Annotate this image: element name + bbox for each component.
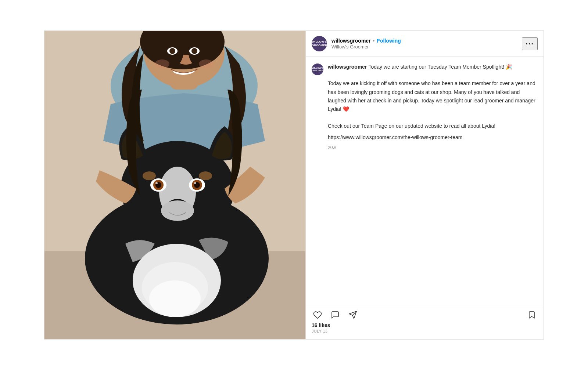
post-content-area: WILLOW'SGROOMER willowsgroomer • Followi… (305, 31, 544, 339)
header-subname: Willow's Groomer (331, 44, 522, 50)
caption-text-block: willowsgroomerToday we are starting our … (328, 63, 538, 152)
comment-button[interactable] (329, 309, 341, 321)
svg-point-28 (143, 171, 156, 180)
caption-link[interactable]: https://www.willowsgroomer.com/the-willo… (328, 133, 538, 141)
caption-time: 20w (328, 144, 538, 151)
header-username[interactable]: willowsgroomer (331, 38, 371, 44)
post-date: JULY 13 (312, 329, 538, 338)
like-button[interactable] (312, 309, 323, 321)
svg-point-11 (199, 59, 214, 68)
action-icons-row (312, 309, 538, 321)
caption-avatar[interactable]: WILLOW'SGROOMER (312, 64, 323, 75)
share-button[interactable] (347, 309, 359, 321)
heart-icon (313, 311, 322, 319)
avatar[interactable]: WILLOW'SGROOMER (312, 36, 327, 51)
caption-avatar-label: WILLOW'SGROOMER (312, 67, 323, 72)
post-header: WILLOW'SGROOMER willowsgroomer • Followi… (306, 31, 544, 57)
svg-point-31 (149, 280, 201, 317)
caption-username[interactable]: willowsgroomer (328, 64, 367, 70)
bookmark-icon (527, 311, 536, 319)
post-image (44, 31, 305, 339)
caption-body2: Check out our Team Page on our updated w… (328, 113, 538, 130)
header-info: willowsgroomer • Following Willow's Groo… (331, 38, 522, 50)
bookmark-button[interactable] (526, 309, 538, 321)
caption-row: WILLOW'SGROOMER willowsgroomerToday we a… (312, 63, 538, 152)
svg-point-27 (161, 200, 194, 221)
following-badge[interactable]: Following (377, 38, 401, 44)
likes-count: 16 likes (312, 321, 538, 329)
header-dot: • (373, 38, 375, 44)
svg-point-23 (194, 182, 196, 184)
post-actions-area: 16 likes JULY 13 (306, 306, 544, 339)
svg-point-10 (155, 59, 169, 68)
send-icon (348, 311, 357, 319)
post-caption-area: WILLOW'SGROOMER willowsgroomerToday we a… (306, 57, 544, 306)
svg-point-19 (155, 182, 158, 184)
comment-icon (331, 311, 340, 319)
post-container: WILLOW'SGROOMER willowsgroomer • Followi… (44, 30, 544, 340)
svg-point-29 (199, 171, 212, 180)
svg-point-9 (191, 48, 197, 54)
avatar-label: WILLOW'SGROOMER (312, 40, 327, 47)
svg-point-7 (169, 48, 175, 54)
more-options-button[interactable]: ··· (522, 37, 538, 50)
caption-body1: Today we are kicking it off with someone… (328, 71, 538, 113)
caption-intro: Today we are starting our Tuesday Team M… (369, 64, 512, 70)
